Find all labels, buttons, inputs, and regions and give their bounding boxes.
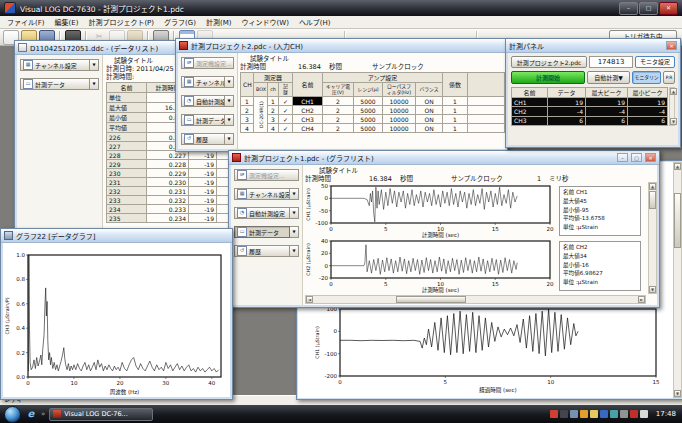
cell[interactable]: ON [416, 106, 443, 115]
cell[interactable]: 2 [268, 106, 279, 115]
chevron-down-icon[interactable]: ▼ [225, 133, 234, 145]
table-row[interactable]: CH3666 [512, 116, 668, 125]
panel-title-bar[interactable]: 計測パネル ✕ [506, 39, 680, 53]
quick-launch-expand-icon[interactable]: » [41, 410, 45, 418]
cell[interactable]: 235 [107, 214, 147, 223]
table-row[interactable]: 2 2 ✓ CH2 2 5000 10000 ON 1 [241, 106, 505, 115]
cell[interactable]: 0.232 [147, 196, 189, 205]
cell[interactable]: 平均値 [107, 123, 147, 133]
table-row[interactable]: 4 4 ✓ CH4 2 5000 10000 ON 1 [241, 124, 505, 133]
cell[interactable]: 6 [548, 116, 586, 125]
menu-measure[interactable]: 計測(M) [201, 16, 237, 28]
monitoring-button[interactable]: モニタリング [632, 71, 661, 84]
record-check-icon[interactable]: ✓ [279, 106, 293, 115]
cell[interactable]: 4 [268, 124, 279, 133]
column-header-coef[interactable]: 係数 [443, 73, 468, 97]
cell[interactable]: 10000 [383, 115, 416, 124]
box-name-cell[interactable]: DC-204R(1) [254, 97, 268, 133]
cell[interactable]: 2 [323, 106, 354, 115]
cell[interactable]: 2 [241, 106, 254, 115]
cell[interactable]: ON [416, 115, 443, 124]
scroll-right-icon[interactable]: ► [638, 296, 645, 303]
tray-icon-7[interactable] [610, 410, 618, 418]
main-title-bar[interactable]: Visual LOG DC-7630 - 計測プロジェクト1.pdc – ▢ ✕ [0, 0, 682, 16]
column-header-name[interactable]: 名前 [293, 73, 323, 97]
cell[interactable]: 229 [107, 160, 147, 169]
menu-edit[interactable]: 編集(E) [50, 16, 84, 28]
menu-file[interactable]: ファイル(F) [2, 16, 50, 28]
vertical-scrollbar[interactable]: ▲ ▼ [673, 162, 682, 398]
tray-icon-8[interactable] [620, 410, 628, 418]
record-check-icon[interactable]: ✓ [279, 115, 293, 124]
cell[interactable]: -19 [189, 160, 217, 169]
scrollbar-thumb[interactable] [649, 191, 656, 209]
close-icon[interactable]: ✕ [666, 41, 677, 50]
chevron-down-icon[interactable]: ▼ [225, 95, 234, 107]
chevron-down-icon[interactable]: ▼ [290, 226, 299, 238]
graph-list-title-bar[interactable]: 計測プロジェクト1.pdc - (グラフリスト) – ▢ ✕ [229, 151, 659, 165]
cell[interactable] [468, 106, 505, 115]
cell[interactable]: 4 [241, 124, 254, 133]
cell[interactable]: 5000 [354, 115, 383, 124]
cell[interactable]: 19 [628, 98, 668, 107]
cell[interactable]: 228 [107, 151, 147, 160]
cell[interactable]: 10000 [383, 124, 416, 133]
sidebar-item-measure-data[interactable]: ▭計測データ ▼ [181, 114, 234, 126]
scroll-left-icon[interactable]: ◄ [306, 296, 313, 303]
menu-graph[interactable]: グラフ(G) [159, 16, 201, 28]
column-header[interactable]: 最小ピーク [628, 88, 668, 98]
cell[interactable]: 0.233 [147, 205, 189, 214]
table-row[interactable]: CH1191919 [512, 98, 668, 107]
channel-name-cell[interactable]: CH2 [293, 106, 323, 115]
column-header[interactable]: 名前 [512, 88, 548, 98]
cell[interactable]: 233 [107, 196, 147, 205]
menu-project[interactable]: 計測プロジェクト(P) [83, 16, 159, 28]
record-check-icon[interactable]: ✓ [279, 124, 293, 133]
minimize-button[interactable]: – [617, 153, 628, 162]
taskbar-task-button[interactable]: Visual LOG DC-76... [49, 408, 153, 421]
tray-icon-3[interactable] [570, 410, 578, 418]
vertical-scrollbar[interactable]: ▲ ▼ [669, 87, 675, 126]
column-header-extra[interactable] [468, 73, 505, 97]
cell[interactable]: 230 [107, 169, 147, 178]
cell[interactable]: 5000 [354, 124, 383, 133]
cell[interactable]: 最大値 [107, 103, 147, 113]
cell[interactable]: 2 [323, 115, 354, 124]
chevron-down-icon[interactable]: ▼ [225, 114, 234, 126]
chevron-down-icon[interactable]: ▼ [90, 59, 99, 71]
start-measure-button[interactable]: 計測開始 [511, 71, 585, 84]
pr-button[interactable]: P.R [663, 71, 675, 84]
cell[interactable]: 2 [323, 124, 354, 133]
sidebar-item-device-settings[interactable]: 🖳測定機設定... [181, 57, 234, 69]
sidebar-item-history[interactable]: ↺履歴 ▼ [234, 245, 299, 257]
cell[interactable]: -19 [189, 169, 217, 178]
cell[interactable]: ON [416, 97, 443, 106]
scroll-down-icon[interactable]: ▼ [649, 286, 656, 293]
cell[interactable]: -19 [189, 187, 217, 196]
column-group-amp[interactable]: アンプ設定 [323, 73, 443, 83]
close-button[interactable]: ✕ [659, 2, 678, 15]
cell[interactable]: 227 [107, 142, 147, 151]
column-header[interactable]: データ [548, 88, 586, 98]
cell[interactable]: 0.230 [147, 178, 189, 187]
cell[interactable]: -4 [548, 107, 586, 116]
tray-icon-1[interactable] [550, 410, 558, 418]
cell[interactable]: 10000 [383, 97, 416, 106]
cell[interactable]: 0.234 [147, 214, 189, 223]
sidebar-item-measure-data[interactable]: ▭計測データ ▼ [234, 226, 299, 238]
maximize-button[interactable]: ▢ [639, 2, 658, 15]
cell[interactable]: 単位 [107, 93, 147, 103]
cell[interactable] [468, 124, 505, 133]
scroll-down-icon[interactable]: ▼ [670, 118, 677, 125]
cell[interactable]: 1 [443, 106, 468, 115]
minimize-button[interactable]: – [619, 2, 638, 15]
chevron-down-icon[interactable]: ▼ [290, 188, 299, 200]
cell[interactable]: -19 [189, 196, 217, 205]
scrollbar-thumb[interactable] [674, 193, 681, 248]
cell[interactable]: 6 [628, 116, 668, 125]
cell[interactable]: 1 [443, 124, 468, 133]
column-header-carrier[interactable]: キャリア電圧(V) [323, 83, 354, 97]
cell[interactable]: 19 [548, 98, 586, 107]
channel-name-cell[interactable]: CH3 [293, 115, 323, 124]
cell[interactable]: 3 [268, 115, 279, 124]
